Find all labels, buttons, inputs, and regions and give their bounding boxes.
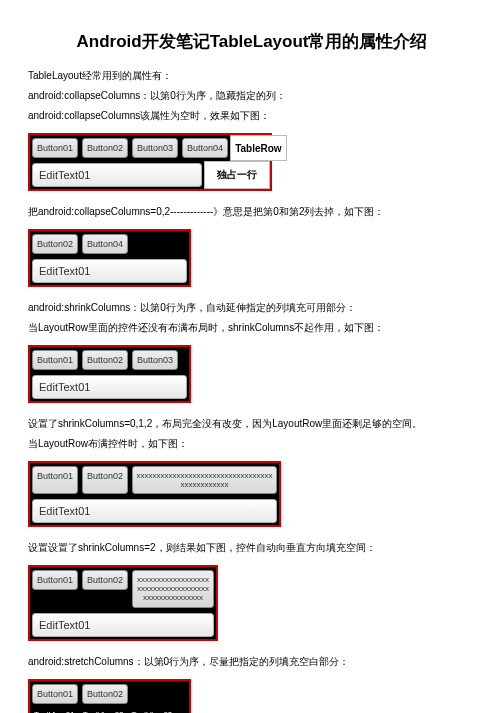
demo-shrink-nospill: Button01 Button02 Button03 EditText01	[28, 345, 191, 403]
button[interactable]: Button01	[32, 570, 78, 590]
side-label: 独占一行	[204, 161, 270, 189]
button[interactable]: Button02	[82, 570, 128, 590]
edit-text[interactable]: EditText01	[32, 613, 214, 637]
paragraph: 设置了shrinkColumns=0,1,2，布局完全没有改变，因为Layout…	[28, 417, 476, 431]
button[interactable]: Button04	[182, 138, 228, 158]
paragraph: android:stretchColumns：以第0行为序，尽量把指定的列填充空…	[28, 655, 476, 669]
button[interactable]: Button01	[32, 466, 78, 494]
paragraph: 把android:collapseColumns=0,2------------…	[28, 205, 476, 219]
text-view: TextView03	[128, 707, 177, 713]
demo-collapse-empty: Button01 Button02 Button03 Button04 Tabl…	[28, 133, 272, 191]
button[interactable]: Button02	[82, 684, 128, 704]
text-view: TextView01	[30, 707, 79, 713]
button[interactable]: Button02	[82, 466, 128, 494]
edit-text[interactable]: EditText01	[32, 499, 277, 523]
button[interactable]: Button01	[32, 350, 78, 370]
button[interactable]: Button03	[132, 350, 178, 370]
text-view: TextView02	[79, 707, 128, 713]
demo-shrink-full-after: Button01 Button02 xxxxxxxxxxxxxxxxxxxxxx…	[28, 565, 218, 641]
paragraph: 当LayoutRow里面的控件还没有布满布局时，shrinkColumns不起作…	[28, 321, 476, 335]
paragraph: 当LayoutRow布满控件时，如下图：	[28, 437, 476, 451]
button[interactable]: Button01	[32, 684, 78, 704]
paragraph: android:shrinkColumns：以第0行为序，自动延伸指定的列填充可…	[28, 301, 476, 315]
paragraph: android:collapseColumns该属性为空时，效果如下图：	[28, 109, 476, 123]
button[interactable]: Button02	[82, 138, 128, 158]
button[interactable]: Button02	[32, 234, 78, 254]
paragraph: android:collapseColumns：以第0行为序，隐藏指定的列：	[28, 89, 476, 103]
edit-text[interactable]: EditText01	[32, 375, 187, 399]
button[interactable]: Button03	[132, 138, 178, 158]
button[interactable]: Button01	[32, 138, 78, 158]
button[interactable]: Button02	[82, 350, 128, 370]
page-title: Android开发笔记TableLayout常用的属性介绍	[28, 30, 476, 53]
demo-stretch-before: Button01 Button02 TextView01 TextView02 …	[28, 679, 191, 713]
paragraph: 设置设置了shrinkColumns=2，则结果如下图，控件自动向垂直方向填充空…	[28, 541, 476, 555]
side-label: TableRow	[230, 135, 286, 161]
demo-shrink-full-before: Button01 Button02 xxxxxxxxxxxxxxxxxxxxxx…	[28, 461, 281, 527]
button[interactable]: Button04	[82, 234, 128, 254]
edit-text[interactable]: EditText01	[32, 163, 202, 187]
edit-text[interactable]: EditText01	[32, 259, 187, 283]
demo-collapse-02: Button02 Button04 EditText01	[28, 229, 191, 287]
overflow-cell: xxxxxxxxxxxxxxxxxxxxxxxxxxxxxxxxxxxxxxxx…	[132, 466, 277, 494]
paragraph: TableLayout经常用到的属性有：	[28, 69, 476, 83]
shrunk-cell: xxxxxxxxxxxxxxxxxxxxxxxxxxxxxxxxxxxxxxxx…	[132, 570, 214, 608]
